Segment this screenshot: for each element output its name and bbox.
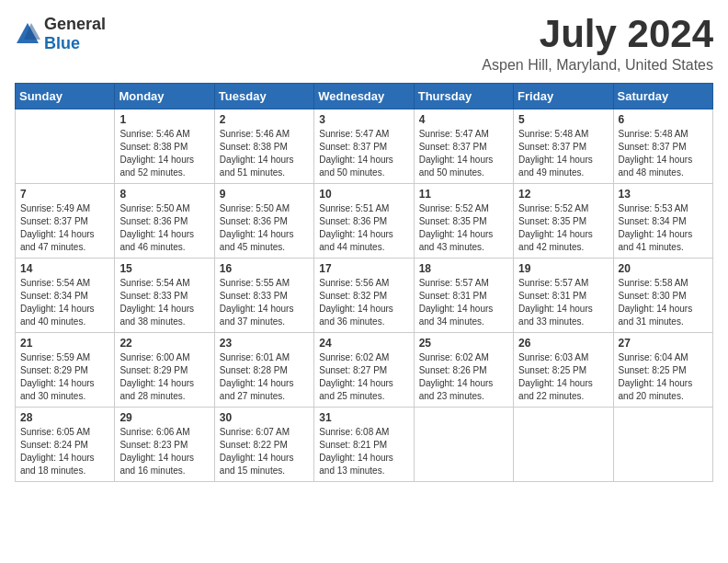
day-number: 20 — [619, 262, 708, 275]
day-info: Sunrise: 6:02 AMSunset: 8:26 PMDaylight:… — [419, 351, 508, 403]
day-info: Sunrise: 6:07 AMSunset: 8:22 PMDaylight:… — [220, 426, 309, 477]
calendar-cell: 2Sunrise: 5:46 AMSunset: 8:38 PMDaylight… — [214, 109, 313, 184]
calendar-cell: 21Sunrise: 5:59 AMSunset: 8:29 PMDayligh… — [16, 333, 115, 408]
week-row-3: 14Sunrise: 5:54 AMSunset: 8:34 PMDayligh… — [16, 259, 713, 333]
calendar-cell: 8Sunrise: 5:50 AMSunset: 8:36 PMDaylight… — [115, 184, 214, 259]
day-info: Sunrise: 5:57 AMSunset: 8:31 PMDaylight:… — [419, 277, 508, 328]
day-info: Sunrise: 5:51 AMSunset: 8:36 PMDaylight:… — [319, 202, 408, 254]
day-number: 17 — [319, 262, 408, 275]
week-row-4: 21Sunrise: 5:59 AMSunset: 8:29 PMDayligh… — [16, 333, 713, 408]
calendar-cell: 3Sunrise: 5:47 AMSunset: 8:37 PMDaylight… — [314, 109, 414, 184]
day-info: Sunrise: 6:02 AMSunset: 8:27 PMDaylight:… — [319, 351, 408, 403]
day-number: 6 — [619, 113, 708, 126]
calendar-cell: 15Sunrise: 5:54 AMSunset: 8:33 PMDayligh… — [115, 259, 214, 333]
logo: General Blue — [15, 15, 106, 53]
day-number: 30 — [220, 411, 309, 424]
day-info: Sunrise: 6:05 AMSunset: 8:24 PMDaylight:… — [20, 426, 109, 477]
calendar-cell — [613, 408, 712, 482]
logo-general: General — [44, 15, 106, 33]
day-info: Sunrise: 5:57 AMSunset: 8:31 PMDaylight:… — [518, 277, 608, 328]
day-info: Sunrise: 5:49 AMSunset: 8:37 PMDaylight:… — [20, 202, 109, 254]
day-info: Sunrise: 5:59 AMSunset: 8:29 PMDaylight:… — [20, 351, 109, 403]
day-info: Sunrise: 5:47 AMSunset: 8:37 PMDaylight:… — [319, 128, 408, 179]
day-number: 31 — [319, 411, 408, 424]
week-row-1: 1Sunrise: 5:46 AMSunset: 8:38 PMDaylight… — [16, 109, 713, 184]
calendar-cell — [414, 408, 513, 482]
day-number: 21 — [20, 337, 109, 350]
calendar-cell: 14Sunrise: 5:54 AMSunset: 8:34 PMDayligh… — [16, 259, 115, 333]
logo-icon — [15, 21, 40, 47]
calendar-cell: 20Sunrise: 5:58 AMSunset: 8:30 PMDayligh… — [613, 259, 712, 333]
day-number: 14 — [20, 262, 109, 275]
calendar-cell: 7Sunrise: 5:49 AMSunset: 8:37 PMDaylight… — [16, 184, 115, 259]
day-number: 26 — [518, 337, 608, 350]
day-number: 1 — [119, 113, 209, 126]
day-number: 25 — [419, 337, 508, 350]
day-info: Sunrise: 5:55 AMSunset: 8:33 PMDaylight:… — [220, 277, 309, 328]
day-number: 19 — [518, 262, 608, 275]
day-number: 4 — [419, 113, 508, 126]
day-info: Sunrise: 6:08 AMSunset: 8:21 PMDaylight:… — [319, 426, 408, 477]
calendar-table: SundayMondayTuesdayWednesdayThursdayFrid… — [15, 83, 713, 482]
day-info: Sunrise: 6:00 AMSunset: 8:29 PMDaylight:… — [119, 351, 209, 403]
day-number: 29 — [119, 411, 209, 424]
day-number: 2 — [220, 113, 309, 126]
day-number: 7 — [20, 188, 109, 201]
calendar-cell: 17Sunrise: 5:56 AMSunset: 8:32 PMDayligh… — [314, 259, 414, 333]
calendar-cell: 13Sunrise: 5:53 AMSunset: 8:34 PMDayligh… — [613, 184, 712, 259]
day-number: 22 — [119, 337, 209, 350]
day-info: Sunrise: 5:52 AMSunset: 8:35 PMDaylight:… — [419, 202, 508, 254]
week-row-5: 28Sunrise: 6:05 AMSunset: 8:24 PMDayligh… — [16, 408, 713, 482]
calendar-cell: 6Sunrise: 5:48 AMSunset: 8:37 PMDaylight… — [613, 109, 712, 184]
day-number: 11 — [419, 188, 508, 201]
calendar-cell: 24Sunrise: 6:02 AMSunset: 8:27 PMDayligh… — [314, 333, 414, 408]
header-day-thursday: Thursday — [414, 84, 513, 109]
header-day-friday: Friday — [514, 84, 613, 109]
day-number: 13 — [619, 188, 708, 201]
day-info: Sunrise: 5:53 AMSunset: 8:34 PMDaylight:… — [619, 202, 708, 254]
logo-blue: Blue — [44, 34, 80, 52]
month-title: July 2024 — [482, 15, 713, 53]
day-number: 9 — [220, 188, 309, 201]
calendar-cell: 18Sunrise: 5:57 AMSunset: 8:31 PMDayligh… — [414, 259, 513, 333]
day-info: Sunrise: 6:04 AMSunset: 8:25 PMDaylight:… — [619, 351, 708, 403]
day-number: 5 — [518, 113, 608, 126]
calendar-cell: 27Sunrise: 6:04 AMSunset: 8:25 PMDayligh… — [613, 333, 712, 408]
day-number: 15 — [119, 262, 209, 275]
day-number: 10 — [319, 188, 408, 201]
day-info: Sunrise: 6:01 AMSunset: 8:28 PMDaylight:… — [220, 351, 309, 403]
calendar-cell — [514, 408, 613, 482]
day-info: Sunrise: 5:48 AMSunset: 8:37 PMDaylight:… — [518, 128, 608, 179]
calendar-cell: 31Sunrise: 6:08 AMSunset: 8:21 PMDayligh… — [314, 408, 414, 482]
day-info: Sunrise: 5:56 AMSunset: 8:32 PMDaylight:… — [319, 277, 408, 328]
calendar-cell: 11Sunrise: 5:52 AMSunset: 8:35 PMDayligh… — [414, 184, 513, 259]
day-info: Sunrise: 5:50 AMSunset: 8:36 PMDaylight:… — [220, 202, 309, 254]
day-info: Sunrise: 5:52 AMSunset: 8:35 PMDaylight:… — [518, 202, 608, 254]
day-number: 16 — [220, 262, 309, 275]
day-number: 3 — [319, 113, 408, 126]
header-day-saturday: Saturday — [613, 84, 712, 109]
calendar-cell: 4Sunrise: 5:47 AMSunset: 8:37 PMDaylight… — [414, 109, 513, 184]
day-number: 27 — [619, 337, 708, 350]
page-header: General Blue July 2024 Aspen Hill, Maryl… — [15, 15, 713, 74]
day-info: Sunrise: 5:58 AMSunset: 8:30 PMDaylight:… — [619, 277, 708, 328]
calendar-cell: 26Sunrise: 6:03 AMSunset: 8:25 PMDayligh… — [514, 333, 613, 408]
header-day-sunday: Sunday — [16, 84, 115, 109]
calendar-cell: 23Sunrise: 6:01 AMSunset: 8:28 PMDayligh… — [214, 333, 313, 408]
week-row-2: 7Sunrise: 5:49 AMSunset: 8:37 PMDaylight… — [16, 184, 713, 259]
calendar-cell: 16Sunrise: 5:55 AMSunset: 8:33 PMDayligh… — [214, 259, 313, 333]
day-info: Sunrise: 6:06 AMSunset: 8:23 PMDaylight:… — [119, 426, 209, 477]
day-info: Sunrise: 5:54 AMSunset: 8:34 PMDaylight:… — [20, 277, 109, 328]
calendar-cell: 22Sunrise: 6:00 AMSunset: 8:29 PMDayligh… — [115, 333, 214, 408]
day-info: Sunrise: 5:47 AMSunset: 8:37 PMDaylight:… — [419, 128, 508, 179]
calendar-cell: 19Sunrise: 5:57 AMSunset: 8:31 PMDayligh… — [514, 259, 613, 333]
calendar-cell — [16, 109, 115, 184]
location-title: Aspen Hill, Maryland, United States — [482, 57, 713, 74]
day-number: 12 — [518, 188, 608, 201]
calendar-cell: 29Sunrise: 6:06 AMSunset: 8:23 PMDayligh… — [115, 408, 214, 482]
calendar-cell: 12Sunrise: 5:52 AMSunset: 8:35 PMDayligh… — [514, 184, 613, 259]
calendar-cell: 5Sunrise: 5:48 AMSunset: 8:37 PMDaylight… — [514, 109, 613, 184]
day-number: 8 — [119, 188, 209, 201]
calendar-cell: 1Sunrise: 5:46 AMSunset: 8:38 PMDaylight… — [115, 109, 214, 184]
day-number: 23 — [220, 337, 309, 350]
